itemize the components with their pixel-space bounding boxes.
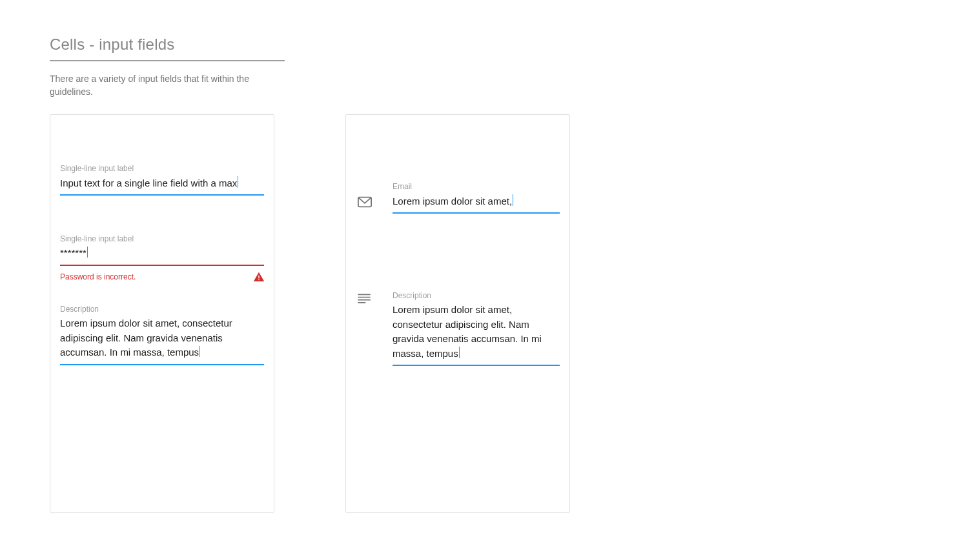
single-line-input[interactable]: Input text for a single line field with … (60, 176, 264, 196)
helper-row: Password is incorrect. (60, 272, 264, 281)
page-title: Cells - input fields (50, 35, 285, 61)
multiline-input[interactable]: Lorem ipsum dolor sit amet, consectetur … (60, 316, 264, 365)
input-value: Lorem ipsum dolor sit amet, consectetur … (393, 304, 544, 359)
text-caret (199, 346, 200, 358)
text-caret (459, 347, 460, 358)
field-single-line[interactable]: Single-line input label Input text for a… (60, 164, 264, 196)
field-description[interactable]: Description Lorem ipsum dolor sit amet, … (60, 305, 264, 365)
input-value: Lorem ipsum dolor sit amet, (393, 196, 512, 207)
card-plain-inputs: Single-line input label Input text for a… (50, 114, 274, 512)
text-caret (513, 194, 513, 206)
field-label: Description (60, 305, 264, 314)
paragraph-icon (358, 294, 373, 304)
error-helper-text: Password is incorrect. (60, 272, 136, 281)
card-icon-inputs: Email Lorem ipsum dolor sit amet, (345, 114, 570, 512)
input-value: ******* (60, 247, 87, 258)
svg-rect-0 (258, 276, 259, 279)
field-description-icon[interactable]: Description Lorem ipsum dolor sit amet, … (393, 291, 560, 366)
email-input[interactable]: Lorem ipsum dolor sit amet, (393, 194, 560, 214)
input-value: Input text for a single line field with … (60, 177, 237, 188)
field-label: Single-line input label (60, 234, 264, 243)
field-email[interactable]: Email Lorem ipsum dolor sit amet, (393, 182, 560, 214)
input-value: Lorem ipsum dolor sit amet, consectetur … (60, 318, 235, 358)
svg-point-1 (258, 279, 260, 280)
email-icon (358, 196, 373, 208)
icon-row-email: Email Lorem ipsum dolor sit amet, (358, 182, 560, 214)
page-root: Cells - input fields There are a variety… (0, 0, 980, 512)
multiline-input[interactable]: Lorem ipsum dolor sit amet, consectetur … (393, 303, 560, 366)
text-caret (238, 176, 238, 188)
field-label: Email (393, 182, 560, 191)
icon-row-description: Description Lorem ipsum dolor sit amet, … (358, 291, 560, 366)
warning-icon (254, 272, 264, 281)
field-password-error[interactable]: Single-line input label ******* Password… (60, 234, 264, 281)
field-label: Description (393, 291, 560, 300)
password-input[interactable]: ******* (60, 246, 264, 266)
cards-row: Single-line input label Input text for a… (50, 114, 980, 512)
page-intro: There are a variety of input fields that… (50, 73, 282, 98)
field-label: Single-line input label (60, 164, 264, 173)
text-caret (87, 247, 88, 258)
